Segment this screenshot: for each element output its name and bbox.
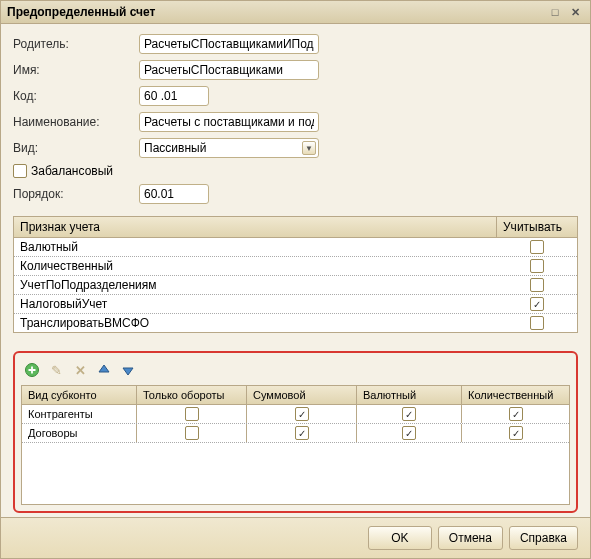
use-checkbox[interactable] <box>530 259 544 273</box>
maximize-button[interactable]: □ <box>546 4 564 20</box>
col-currency-header: Валютный <box>357 386 462 404</box>
table-row: Валютный <box>14 238 577 257</box>
table-row: УчетПоПодразделениям <box>14 276 577 295</box>
kind-select[interactable] <box>139 138 319 158</box>
window-title: Предопределенный счет <box>7 5 544 19</box>
sign-label: Валютный <box>14 238 497 256</box>
sign-label: ТранслироватьВМСФО <box>14 314 497 332</box>
chevron-down-icon[interactable]: ▼ <box>302 141 316 155</box>
col-kind-header: Вид субконто <box>22 386 137 404</box>
delete-icon[interactable]: ✕ <box>71 361 89 379</box>
qty-checkbox[interactable] <box>509 407 523 421</box>
ok-button[interactable]: OK <box>368 526 432 550</box>
subkonto-panel: ✎ ✕ Вид субконто Только обороты Суммовой… <box>13 351 578 513</box>
sign-label: НалоговыйУчет <box>14 295 497 313</box>
col-turnover-header: Только обороты <box>137 386 247 404</box>
kind-label: Вид: <box>13 141 133 155</box>
col-qty-header: Количественный <box>462 386 569 404</box>
code-label: Код: <box>13 89 133 103</box>
use-checkbox[interactable] <box>530 278 544 292</box>
edit-icon[interactable]: ✎ <box>47 361 65 379</box>
code-field[interactable] <box>139 86 209 106</box>
account-sign-table: Признак учета Учитывать Валютный Количес… <box>13 216 578 333</box>
sign-label: Количественный <box>14 257 497 275</box>
footer: OK Отмена Справка <box>1 517 590 558</box>
currency-checkbox[interactable] <box>402 407 416 421</box>
title-label: Наименование: <box>13 115 133 129</box>
title-field[interactable] <box>139 112 319 132</box>
sign-label: УчетПоПодразделениям <box>14 276 497 294</box>
sum-checkbox[interactable] <box>295 426 309 440</box>
table-row: Количественный <box>14 257 577 276</box>
kind-cell: Контрагенты <box>22 405 137 423</box>
name-field[interactable] <box>139 60 319 80</box>
table-row: Договоры <box>22 424 569 443</box>
col-sum-header: Суммовой <box>247 386 357 404</box>
subkonto-table: Вид субконто Только обороты Суммовой Вал… <box>21 385 570 505</box>
order-field[interactable] <box>139 184 209 204</box>
use-checkbox[interactable] <box>530 316 544 330</box>
help-button[interactable]: Справка <box>509 526 578 550</box>
col-use-header: Учитывать <box>497 217 577 237</box>
parent-label: Родитель: <box>13 37 133 51</box>
subkonto-toolbar: ✎ ✕ <box>21 359 570 385</box>
parent-field[interactable] <box>139 34 319 54</box>
name-label: Имя: <box>13 63 133 77</box>
sum-checkbox[interactable] <box>295 407 309 421</box>
move-down-icon[interactable] <box>119 361 137 379</box>
use-checkbox[interactable] <box>530 297 544 311</box>
titlebar: Предопределенный счет □ ✕ <box>1 1 590 24</box>
move-up-icon[interactable] <box>95 361 113 379</box>
turnover-checkbox[interactable] <box>185 426 199 440</box>
table-row: НалоговыйУчет <box>14 295 577 314</box>
kind-cell: Договоры <box>22 424 137 442</box>
offbalance-checkbox[interactable] <box>13 164 27 178</box>
col-sign-header: Признак учета <box>14 217 497 237</box>
table-row: ТранслироватьВМСФО <box>14 314 577 332</box>
currency-checkbox[interactable] <box>402 426 416 440</box>
cancel-button[interactable]: Отмена <box>438 526 503 550</box>
use-checkbox[interactable] <box>530 240 544 254</box>
close-button[interactable]: ✕ <box>566 4 584 20</box>
offbalance-label: Забалансовый <box>31 164 113 178</box>
turnover-checkbox[interactable] <box>185 407 199 421</box>
table-row: Контрагенты <box>22 405 569 424</box>
add-icon[interactable] <box>23 361 41 379</box>
order-label: Порядок: <box>13 187 133 201</box>
qty-checkbox[interactable] <box>509 426 523 440</box>
